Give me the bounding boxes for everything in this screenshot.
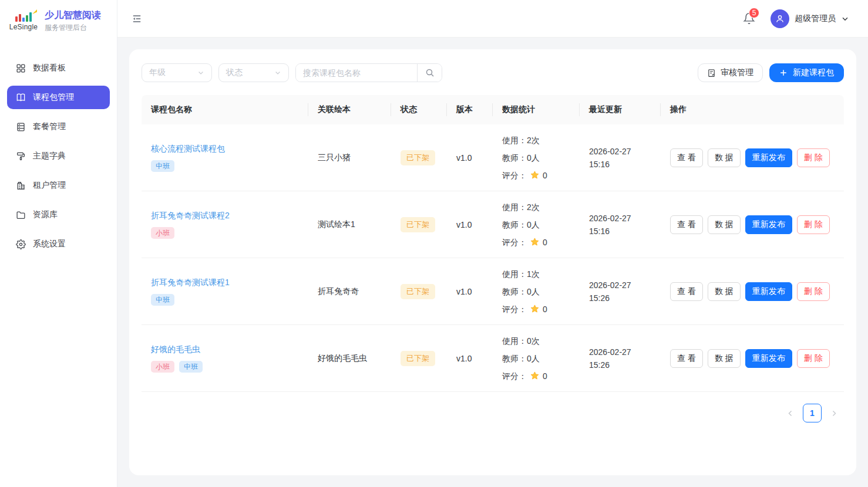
create-package-button[interactable]: 新建课程包: [769, 63, 844, 82]
search-button[interactable]: [417, 64, 442, 82]
version-cell: v1.0: [447, 215, 493, 234]
content-area: 年级 状态 审核管理: [117, 38, 868, 487]
course-package-icon: [16, 93, 26, 103]
sidebar-collapse-icon[interactable]: [132, 13, 142, 24]
data-button[interactable]: 数 据: [708, 349, 741, 368]
column-header: 关联绘本: [308, 104, 391, 115]
status-select[interactable]: 状态: [218, 63, 289, 82]
updated-cell: 2026-02-27 15:16: [580, 207, 661, 242]
republish-button[interactable]: 重新发布: [745, 282, 792, 301]
delete-button[interactable]: 删 除: [797, 349, 830, 368]
brand-logo-icon: LeSingle: [8, 11, 39, 31]
brand-title: 少儿智慧阅读: [45, 9, 101, 22]
sidebar-item-plans[interactable]: 套餐管理: [7, 115, 110, 138]
grade-tag: 小班: [151, 361, 174, 373]
sidebar-item-settings[interactable]: 系统设置: [7, 232, 110, 256]
filter-toolbar: 年级 状态 审核管理: [142, 63, 844, 82]
data-button[interactable]: 数 据: [708, 282, 741, 301]
main-area: 5 超级管理员 年级 状态: [117, 0, 868, 487]
delete-button[interactable]: 删 除: [797, 215, 830, 234]
pagination-next-icon[interactable]: [830, 410, 838, 417]
notifications-button[interactable]: 5: [743, 12, 755, 25]
rating-value: 0: [543, 300, 547, 318]
actions-cell: 查 看 数 据 重新发布 删 除: [661, 211, 844, 239]
view-button[interactable]: 查 看: [670, 215, 703, 234]
package-name-cell: 折耳兔奇奇测试课程1 中班: [142, 273, 308, 310]
chevron-down-icon: [274, 69, 281, 76]
theme-dictionary-icon: [16, 151, 26, 161]
topbar-right: 5 超级管理员: [743, 9, 849, 28]
rating-stat: 评分： 0: [502, 300, 570, 318]
grade-tag: 中班: [151, 160, 174, 172]
data-button[interactable]: 数 据: [708, 148, 741, 167]
user-name: 超级管理员: [795, 13, 836, 24]
search-input[interactable]: [296, 64, 417, 82]
teacher-stat: 教师：0人: [502, 149, 570, 167]
package-name-cell: 核心流程测试课程包 中班: [142, 139, 308, 177]
updated-cell: 2026-02-27 15:26: [580, 274, 661, 309]
logo-spark: [32, 9, 37, 14]
view-button[interactable]: 查 看: [670, 349, 703, 368]
grade-tag: 小班: [151, 227, 174, 239]
usage-stat: 使用：2次: [502, 198, 570, 216]
usage-stat: 使用：0次: [502, 332, 570, 350]
package-name-link[interactable]: 折耳兔奇奇测试课程1: [151, 278, 230, 288]
status-badge: 已下架: [401, 284, 435, 299]
updated-time: 15:16: [589, 225, 651, 238]
updated-date: 2026-02-27: [589, 279, 651, 292]
package-name-link[interactable]: 好饿的毛毛虫: [151, 344, 200, 355]
status-cell: 已下架: [391, 279, 447, 304]
brand[interactable]: LeSingle 少儿智慧阅读 服务管理后台: [0, 0, 117, 42]
package-name-link[interactable]: 核心流程测试课程包: [151, 144, 225, 154]
resource-library-icon: [16, 210, 26, 220]
sidebar-item-tenants[interactable]: 租户管理: [7, 174, 110, 197]
column-header: 操作: [661, 104, 844, 115]
rating-label: 评分：: [502, 300, 527, 318]
sidebar-item-dashboard[interactable]: 数据看板: [7, 56, 110, 80]
topbar: 5 超级管理员: [117, 0, 868, 38]
column-header: 数据统计: [493, 104, 580, 115]
sidebar-item-label: 课程包管理: [33, 92, 74, 103]
brand-logo-text: LeSingle: [9, 23, 38, 31]
status-badge: 已下架: [401, 351, 435, 366]
chevron-down-icon: [841, 15, 849, 23]
view-button[interactable]: 查 看: [670, 282, 703, 301]
republish-button[interactable]: 重新发布: [745, 215, 792, 234]
linked-book-cell: 三只小猪: [308, 148, 391, 168]
column-header: 版本: [447, 104, 493, 115]
sidebar-item-theme-dictionary[interactable]: 主题字典: [7, 144, 110, 168]
grade-select[interactable]: 年级: [142, 63, 212, 82]
table-row: 核心流程测试课程包 中班 三只小猪 已下架 v1.0 使用：2次 教师：0人 评…: [142, 124, 844, 191]
version-cell: v1.0: [447, 148, 493, 167]
updated-date: 2026-02-27: [589, 346, 651, 359]
table-header: 课程包名称 关联绘本 状态 版本 数据统计 最近更新 操作: [142, 95, 844, 124]
data-button[interactable]: 数 据: [708, 215, 741, 234]
delete-button[interactable]: 删 除: [797, 148, 830, 167]
sidebar-item-resources[interactable]: 资源库: [7, 203, 110, 226]
updated-date: 2026-02-27: [589, 145, 651, 158]
version-cell: v1.0: [447, 282, 493, 301]
view-button[interactable]: 查 看: [670, 148, 703, 167]
user-icon: [775, 13, 785, 24]
status-select-placeholder: 状态: [226, 67, 243, 78]
pagination-page-1[interactable]: 1: [803, 404, 822, 422]
audit-manage-button[interactable]: 审核管理: [698, 63, 763, 82]
status-badge: 已下架: [401, 150, 435, 165]
status-cell: 已下架: [391, 346, 447, 371]
stats-cell: 使用：0次 教师：0人 评分： 0: [493, 327, 580, 390]
sidebar-item-course-packages[interactable]: 课程包管理: [7, 86, 110, 109]
tenant-management-icon: [16, 181, 26, 191]
republish-button[interactable]: 重新发布: [745, 349, 792, 368]
republish-button[interactable]: 重新发布: [745, 148, 792, 167]
delete-button[interactable]: 删 除: [797, 282, 830, 301]
brand-subtitle: 服务管理后台: [45, 23, 101, 33]
system-settings-icon: [16, 239, 26, 249]
teacher-stat: 教师：0人: [502, 283, 570, 300]
pagination-prev-icon[interactable]: [786, 410, 794, 417]
linked-book-cell: 折耳兔奇奇: [308, 282, 391, 302]
rating-label: 评分：: [502, 367, 527, 385]
grade-tag: 中班: [179, 361, 203, 373]
column-header: 课程包名称: [142, 104, 308, 115]
package-name-link[interactable]: 折耳兔奇奇测试课程2: [151, 211, 230, 221]
user-menu[interactable]: 超级管理员: [771, 9, 849, 28]
